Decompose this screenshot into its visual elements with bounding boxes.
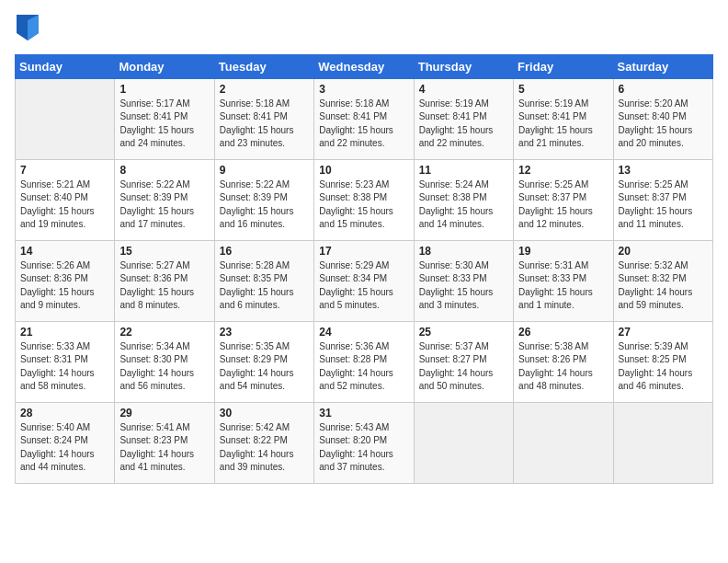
day-number: 11 <box>419 164 508 177</box>
day-number: 4 <box>419 83 508 96</box>
calendar-cell: 21Sunrise: 5:33 AM Sunset: 8:31 PM Dayli… <box>16 321 115 402</box>
day-info: Sunrise: 5:39 AM Sunset: 8:25 PM Dayligh… <box>619 340 708 394</box>
day-info: Sunrise: 5:20 AM Sunset: 8:40 PM Dayligh… <box>619 98 708 151</box>
day-info: Sunrise: 5:17 AM Sunset: 8:41 PM Dayligh… <box>119 98 209 151</box>
day-info: Sunrise: 5:41 AM Sunset: 8:23 PM Dayligh… <box>119 421 209 475</box>
day-number: 25 <box>419 326 508 339</box>
calendar-cell: 8Sunrise: 5:22 AM Sunset: 8:39 PM Daylig… <box>115 159 214 240</box>
day-number: 19 <box>518 245 608 258</box>
day-info: Sunrise: 5:36 AM Sunset: 8:28 PM Dayligh… <box>319 340 408 394</box>
calendar-cell: 13Sunrise: 5:25 AM Sunset: 8:37 PM Dayli… <box>613 159 712 240</box>
day-info: Sunrise: 5:30 AM Sunset: 8:33 PM Dayligh… <box>419 259 508 313</box>
calendar-cell: 5Sunrise: 5:19 AM Sunset: 8:41 PM Daylig… <box>514 78 613 159</box>
day-info: Sunrise: 5:22 AM Sunset: 8:39 PM Dayligh… <box>119 178 209 232</box>
day-number: 15 <box>119 245 209 258</box>
day-number: 23 <box>220 326 309 339</box>
calendar-cell: 28Sunrise: 5:40 AM Sunset: 8:24 PM Dayli… <box>16 402 115 483</box>
day-number: 12 <box>518 164 608 177</box>
day-number: 29 <box>119 407 209 419</box>
calendar-cell: 24Sunrise: 5:36 AM Sunset: 8:28 PM Dayli… <box>314 321 414 402</box>
day-info: Sunrise: 5:24 AM Sunset: 8:38 PM Dayligh… <box>419 178 508 232</box>
calendar-cell: 1Sunrise: 5:17 AM Sunset: 8:41 PM Daylig… <box>115 78 214 159</box>
day-info: Sunrise: 5:22 AM Sunset: 8:39 PM Dayligh… <box>220 178 309 232</box>
day-number: 6 <box>619 83 708 96</box>
calendar-cell: 16Sunrise: 5:28 AM Sunset: 8:35 PM Dayli… <box>214 240 313 321</box>
calendar-cell: 4Sunrise: 5:19 AM Sunset: 8:41 PM Daylig… <box>414 78 513 159</box>
day-info: Sunrise: 5:28 AM Sunset: 8:35 PM Dayligh… <box>220 259 309 313</box>
calendar-cell <box>514 402 613 483</box>
weekday-header-tuesday: Tuesday <box>214 54 313 78</box>
day-number: 16 <box>220 245 309 258</box>
day-number: 24 <box>319 326 408 339</box>
day-info: Sunrise: 5:40 AM Sunset: 8:24 PM Dayligh… <box>20 421 109 475</box>
calendar-cell: 20Sunrise: 5:32 AM Sunset: 8:32 PM Dayli… <box>613 240 712 321</box>
day-info: Sunrise: 5:26 AM Sunset: 8:36 PM Dayligh… <box>20 259 109 313</box>
weekday-header-sunday: Sunday <box>16 54 115 78</box>
calendar-week-2: 7Sunrise: 5:21 AM Sunset: 8:40 PM Daylig… <box>16 159 713 240</box>
day-number: 10 <box>319 164 408 177</box>
day-number: 18 <box>419 245 508 258</box>
calendar-cell: 29Sunrise: 5:41 AM Sunset: 8:23 PM Dayli… <box>115 402 214 483</box>
day-info: Sunrise: 5:31 AM Sunset: 8:33 PM Dayligh… <box>518 259 608 313</box>
day-info: Sunrise: 5:21 AM Sunset: 8:40 PM Dayligh… <box>20 178 109 232</box>
day-number: 26 <box>518 326 608 339</box>
day-info: Sunrise: 5:25 AM Sunset: 8:37 PM Dayligh… <box>619 178 708 232</box>
calendar-week-5: 28Sunrise: 5:40 AM Sunset: 8:24 PM Dayli… <box>16 402 713 483</box>
calendar-cell: 17Sunrise: 5:29 AM Sunset: 8:34 PM Dayli… <box>314 240 414 321</box>
day-info: Sunrise: 5:35 AM Sunset: 8:29 PM Dayligh… <box>220 340 309 394</box>
calendar-cell: 22Sunrise: 5:34 AM Sunset: 8:30 PM Dayli… <box>115 321 214 402</box>
calendar-cell: 26Sunrise: 5:38 AM Sunset: 8:26 PM Dayli… <box>514 321 613 402</box>
day-info: Sunrise: 5:25 AM Sunset: 8:37 PM Dayligh… <box>518 178 608 232</box>
calendar-cell: 19Sunrise: 5:31 AM Sunset: 8:33 PM Dayli… <box>514 240 613 321</box>
weekday-header-row: SundayMondayTuesdayWednesdayThursdayFrid… <box>16 54 713 78</box>
calendar-cell: 12Sunrise: 5:25 AM Sunset: 8:37 PM Dayli… <box>514 159 613 240</box>
calendar-cell: 27Sunrise: 5:39 AM Sunset: 8:25 PM Dayli… <box>613 321 712 402</box>
day-info: Sunrise: 5:33 AM Sunset: 8:31 PM Dayligh… <box>20 340 109 394</box>
calendar-week-4: 21Sunrise: 5:33 AM Sunset: 8:31 PM Dayli… <box>16 321 713 402</box>
calendar-cell: 2Sunrise: 5:18 AM Sunset: 8:41 PM Daylig… <box>214 78 313 159</box>
calendar-page: SundayMondayTuesdayWednesdayThursdayFrid… <box>0 0 728 563</box>
calendar-cell: 6Sunrise: 5:20 AM Sunset: 8:40 PM Daylig… <box>613 78 712 159</box>
weekday-header-monday: Monday <box>115 54 214 78</box>
day-info: Sunrise: 5:18 AM Sunset: 8:41 PM Dayligh… <box>319 98 408 151</box>
day-number: 2 <box>220 83 309 96</box>
day-number: 31 <box>319 407 408 419</box>
day-number: 13 <box>619 164 708 177</box>
logo <box>15 15 39 45</box>
day-number: 7 <box>20 164 109 177</box>
day-number: 1 <box>119 83 209 96</box>
day-info: Sunrise: 5:23 AM Sunset: 8:38 PM Dayligh… <box>319 178 408 232</box>
day-info: Sunrise: 5:38 AM Sunset: 8:26 PM Dayligh… <box>518 340 608 394</box>
day-info: Sunrise: 5:32 AM Sunset: 8:32 PM Dayligh… <box>619 259 708 313</box>
day-info: Sunrise: 5:19 AM Sunset: 8:41 PM Dayligh… <box>518 98 608 151</box>
calendar-cell: 23Sunrise: 5:35 AM Sunset: 8:29 PM Dayli… <box>214 321 313 402</box>
calendar-cell: 30Sunrise: 5:42 AM Sunset: 8:22 PM Dayli… <box>214 402 313 483</box>
weekday-header-friday: Friday <box>514 54 613 78</box>
day-number: 17 <box>319 245 408 258</box>
calendar-cell: 15Sunrise: 5:27 AM Sunset: 8:36 PM Dayli… <box>115 240 214 321</box>
day-number: 8 <box>119 164 209 177</box>
calendar-cell: 31Sunrise: 5:43 AM Sunset: 8:20 PM Dayli… <box>314 402 414 483</box>
weekday-header-wednesday: Wednesday <box>314 54 414 78</box>
day-info: Sunrise: 5:18 AM Sunset: 8:41 PM Dayligh… <box>220 98 309 151</box>
day-number: 3 <box>319 83 408 96</box>
day-number: 30 <box>220 407 309 419</box>
calendar-table: SundayMondayTuesdayWednesdayThursdayFrid… <box>15 54 713 484</box>
day-info: Sunrise: 5:27 AM Sunset: 8:36 PM Dayligh… <box>119 259 209 313</box>
day-number: 28 <box>20 407 109 419</box>
day-info: Sunrise: 5:42 AM Sunset: 8:22 PM Dayligh… <box>220 421 309 475</box>
day-info: Sunrise: 5:34 AM Sunset: 8:30 PM Dayligh… <box>119 340 209 394</box>
calendar-cell <box>16 78 115 159</box>
calendar-cell: 9Sunrise: 5:22 AM Sunset: 8:39 PM Daylig… <box>214 159 313 240</box>
logo-text <box>15 15 39 45</box>
day-number: 5 <box>518 83 608 96</box>
calendar-week-1: 1Sunrise: 5:17 AM Sunset: 8:41 PM Daylig… <box>16 78 713 159</box>
weekday-header-thursday: Thursday <box>414 54 513 78</box>
header <box>15 15 713 45</box>
calendar-cell: 25Sunrise: 5:37 AM Sunset: 8:27 PM Dayli… <box>414 321 513 402</box>
calendar-cell: 18Sunrise: 5:30 AM Sunset: 8:33 PM Dayli… <box>414 240 513 321</box>
weekday-header-saturday: Saturday <box>613 54 712 78</box>
calendar-cell <box>414 402 513 483</box>
day-info: Sunrise: 5:37 AM Sunset: 8:27 PM Dayligh… <box>419 340 508 394</box>
day-number: 14 <box>20 245 109 258</box>
